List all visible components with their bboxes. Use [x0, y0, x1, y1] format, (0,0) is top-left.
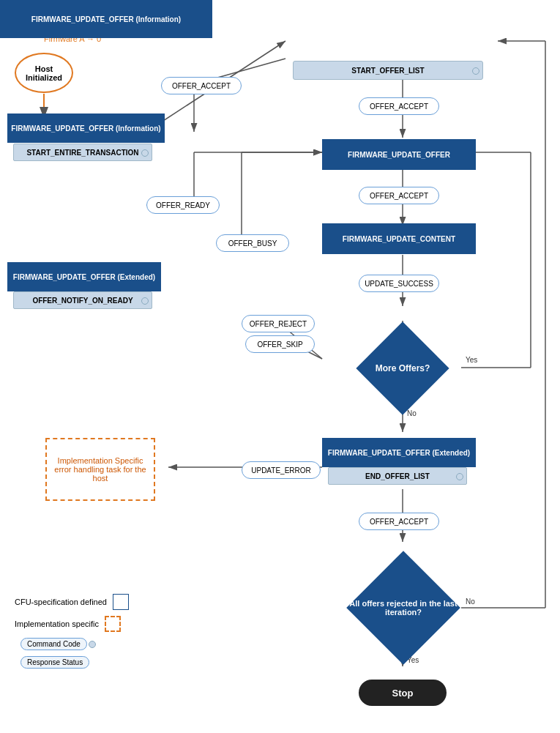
fw-update-offer-info-bottom: FIRMWARE_UPDATE_OFFER (Information)	[7, 114, 165, 143]
offer-skip-pill: OFFER_SKIP	[245, 335, 315, 353]
svg-text:No: No	[466, 598, 475, 606]
legend: CFU-specification defined Implementation…	[15, 594, 129, 674]
offer-ready-pill: OFFER_READY	[146, 196, 220, 214]
start-entire-transaction-label: START_ENTIRE_TRANSACTION	[13, 144, 152, 161]
offer-notify-on-ready-label: OFFER_NOTIFY_ON_READY	[13, 291, 152, 309]
offer-notify-circle	[141, 297, 149, 305]
command-code-pill: Command Code	[20, 638, 87, 650]
offer-accept-pill-4: OFFER_ACCEPT	[359, 513, 439, 530]
host-initialized: Host Initialized	[15, 53, 73, 93]
response-status-pill: Response Status	[20, 656, 89, 669]
offer-reject-pill: OFFER_REJECT	[242, 315, 315, 332]
start-entire-circle	[141, 149, 149, 157]
end-offer-list-label: END_OFFER_LIST	[328, 467, 467, 485]
start-offer-list-circle	[472, 67, 479, 75]
legend-command: Command Code	[15, 638, 129, 650]
fw-update-offer: FIRMWARE_UPDATE_OFFER	[322, 139, 476, 170]
offer-busy-pill: OFFER_BUSY	[216, 234, 289, 252]
fw-update-content: FIRMWARE_UPDATE_CONTENT	[322, 223, 476, 254]
start-offer-list-label: START_OFFER_LIST	[293, 61, 483, 80]
command-code-circle	[89, 641, 96, 648]
svg-text:Yes: Yes	[466, 356, 477, 364]
impl-specific-box: Implementation Specific error handling t…	[45, 438, 155, 501]
update-error-pill: UPDATE_ERROR	[242, 461, 321, 479]
legend-cfu: CFU-specification defined	[15, 594, 129, 610]
stop-box: Stop	[359, 680, 447, 706]
all-offers-rejected-diamond: All offers rejected in the last iteratio…	[343, 568, 464, 648]
legend-impl-box	[105, 616, 121, 632]
end-offer-list-circle	[456, 473, 463, 480]
fw-update-offer-extended-right: FIRMWARE_UPDATE_OFFER (Extended)	[322, 438, 476, 467]
more-offers-diamond: More Offers?	[351, 335, 454, 401]
fw-update-offer-info-top: FIRMWARE_UPDATE_OFFER (Information)	[0, 0, 212, 38]
legend-response: Response Status	[15, 656, 129, 669]
update-success-pill: UPDATE_SUCCESS	[359, 275, 439, 292]
diagram-container: Yes No Yes No Firmware C → 2 Firmware B …	[0, 0, 560, 733]
offer-accept-pill-2: OFFER_ACCEPT	[359, 97, 439, 115]
offer-accept-pill-3: OFFER_ACCEPT	[359, 187, 439, 204]
offer-accept-pill-1: OFFER_ACCEPT	[161, 77, 242, 94]
fw-update-offer-extended-left: FIRMWARE_UPDATE_OFFER (Extended)	[7, 262, 161, 291]
svg-text:No: No	[407, 409, 417, 417]
legend-impl: Implementation specific	[15, 616, 129, 632]
legend-cfu-box	[113, 594, 129, 610]
